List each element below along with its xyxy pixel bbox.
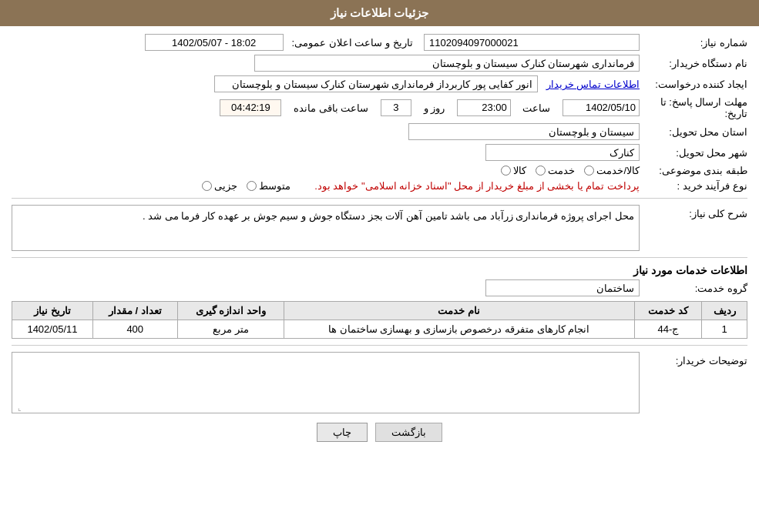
- province-input: سیستان و بلوچستان: [408, 123, 640, 140]
- service-group-input: ساختمان: [485, 279, 640, 296]
- requester-org-value: فرمانداری شهرستان کنارک سیستان و بلوچستا…: [12, 55, 640, 72]
- city-value: کنارک: [12, 144, 640, 161]
- kala-khedmat-radio[interactable]: [584, 166, 594, 176]
- page-wrapper: جزئیات اطلاعات نیاز شماره نیاز: 11020940…: [0, 0, 759, 532]
- deadline-days-label: روز و: [424, 102, 445, 114]
- col-name: نام خدمت: [284, 302, 634, 320]
- deadline-date-input: 1402/05/10: [563, 99, 640, 116]
- buyer-notes-value: ⌞: [12, 352, 640, 413]
- buyer-notes-label: توضیحات خریدار:: [640, 352, 747, 366]
- category-value: کالا/خدمت خدمت کالا: [12, 165, 640, 176]
- buyer-notes-row: توضیحات خریدار: ⌞: [12, 352, 747, 413]
- deadline-time-label: ساعت: [522, 102, 550, 114]
- jozi-radio[interactable]: [202, 181, 212, 191]
- col-code: کد خدمت: [634, 302, 702, 320]
- header-title: جزئیات اطلاعات نیاز: [331, 6, 428, 19]
- divider-3: [12, 345, 747, 346]
- province-value: سیستان و بلوچستان: [12, 123, 640, 140]
- category-row: طبقه بندی موضوعی: کالا/خدمت خدمت کالا: [12, 165, 747, 176]
- page-header: جزئیات اطلاعات نیاز: [0, 0, 759, 26]
- description-row: شرح کلی نیاز: محل اجرای پروژه فرمانداری …: [12, 205, 747, 251]
- col-unit: واحد اندازه گیری: [177, 302, 284, 320]
- category-option-khedmat[interactable]: خدمت: [536, 165, 575, 176]
- service-group-value: ساختمان: [12, 279, 640, 296]
- motaset-radio[interactable]: [247, 181, 257, 191]
- need-number-value: 1102094097000021 تاریخ و ساعت اعلان عموم…: [12, 34, 640, 51]
- purchase-type-note: پرداخت تمام یا بخشی از مبلغ خریدار از مح…: [314, 180, 640, 192]
- category-radio-group: کالا/خدمت خدمت کالا: [12, 165, 640, 176]
- need-number-label: شماره نیاز:: [640, 37, 747, 49]
- divider-1: [12, 198, 747, 199]
- category-option-kala[interactable]: کالا: [501, 165, 526, 176]
- service-group-label: گروه خدمت:: [640, 283, 747, 294]
- back-button[interactable]: بازگشت: [375, 423, 442, 442]
- category-label: طبقه بندی موضوعی:: [640, 165, 747, 176]
- announcement-value: 1402/05/07 - 18:02: [145, 34, 284, 51]
- divider-2: [12, 257, 747, 258]
- purchase-type-row: نوع فرآیند خرید : پرداخت تمام یا بخشی از…: [12, 180, 747, 192]
- deadline-time-input: 23:00: [457, 99, 511, 116]
- creator-link[interactable]: اطلاعات تماس خریدار: [546, 79, 640, 90]
- col-row: ردیف: [702, 302, 747, 320]
- khedmat-radio[interactable]: [536, 166, 546, 176]
- deadline-date-row: 1402/05/10 ساعت 23:00 روز و 3 س: [12, 99, 640, 116]
- creator-value: اطلاعات تماس خریدار انور کفایی پور کاربر…: [12, 75, 640, 92]
- resize-handle-icon[interactable]: ⌞: [14, 403, 22, 411]
- motaset-label: متوسط: [259, 180, 291, 192]
- purchase-type-radio-group: پرداخت تمام یا بخشی از مبلغ خریدار از مح…: [12, 180, 640, 192]
- city-label: شهر محل تحویل:: [640, 147, 747, 159]
- cell-unit: متر مربع: [177, 320, 284, 339]
- creator-row: ایجاد کننده درخواست: اطلاعات تماس خریدار…: [12, 75, 747, 92]
- requester-org-row: نام دستگاه خریدار: فرمانداری شهرستان کنا…: [12, 55, 747, 72]
- creator-label: ایجاد کننده درخواست:: [640, 79, 747, 90]
- purchase-type-label: نوع فرآیند خرید :: [640, 180, 747, 192]
- jozi-label: جزیی: [214, 180, 237, 192]
- deadline-row: مهلت ارسال پاسخ: تا تاریخ: 1402/05/10 سا…: [12, 96, 747, 119]
- description-value: محل اجرای پروژه فرمانداری زرآباد می باشد…: [12, 205, 640, 251]
- creator-input: انور کفایی پور کاربرداز فرمانداری شهرستا…: [214, 75, 538, 92]
- province-row: استان محل تحویل: سیستان و بلوچستان: [12, 123, 747, 140]
- category-option-kala-khedmat[interactable]: کالا/خدمت: [584, 165, 640, 176]
- service-group-row: گروه خدمت: ساختمان: [12, 279, 747, 296]
- deadline-remaining-input: 04:42:19: [220, 99, 281, 116]
- purchase-type-option-motaset[interactable]: متوسط: [247, 180, 291, 192]
- kala-khedmat-label: کالا/خدمت: [596, 165, 640, 176]
- requester-org-input: فرمانداری شهرستان کنارک سیستان و بلوچستا…: [254, 55, 640, 72]
- col-date: تاریخ نیاز: [12, 302, 93, 320]
- khedmat-label: خدمت: [548, 165, 575, 176]
- province-label: استان محل تحویل:: [640, 126, 747, 138]
- table-row: 1ج-44انجام کارهای متفرقه درخصوص بازسازی …: [12, 320, 747, 339]
- deadline-label: مهلت ارسال پاسخ: تا تاریخ:: [640, 96, 747, 119]
- kala-label: کالا: [513, 165, 526, 176]
- deadline-days-input: 3: [381, 99, 411, 116]
- announcement-label: تاریخ و ساعت اعلان عمومی:: [291, 37, 412, 49]
- city-row: شهر محل تحویل: کنارک: [12, 144, 747, 161]
- purchase-type-value: پرداخت تمام یا بخشی از مبلغ خریدار از مح…: [12, 180, 640, 192]
- print-button[interactable]: چاپ: [317, 423, 368, 442]
- requester-org-label: نام دستگاه خریدار:: [640, 58, 747, 69]
- cell-row: 1: [702, 320, 747, 339]
- kala-radio[interactable]: [501, 166, 511, 176]
- main-content: شماره نیاز: 1102094097000021 تاریخ و ساع…: [0, 26, 759, 457]
- col-quantity: تعداد / مقدار: [92, 302, 177, 320]
- description-label: شرح کلی نیاز:: [640, 205, 747, 219]
- table-header-row: ردیف کد خدمت نام خدمت واحد اندازه گیری ت…: [12, 302, 747, 320]
- notes-box: ⌞: [12, 352, 640, 413]
- need-number-input: 1102094097000021: [424, 34, 640, 51]
- button-row: بازگشت چاپ: [12, 423, 747, 442]
- city-input: کنارک: [485, 144, 640, 161]
- deadline-value: 1402/05/10 ساعت 23:00 روز و 3 س: [12, 99, 640, 116]
- deadline-remaining-label: ساعت باقی مانده: [294, 102, 368, 114]
- cell-code: ج-44: [634, 320, 702, 339]
- cell-name: انجام کارهای متفرقه درخصوص بازسازی و بهس…: [284, 320, 634, 339]
- cell-quantity: 400: [92, 320, 177, 339]
- need-number-row: شماره نیاز: 1102094097000021 تاریخ و ساع…: [12, 34, 747, 51]
- cell-date: 1402/05/11: [12, 320, 93, 339]
- services-title: اطلاعات خدمات مورد نیاز: [12, 264, 747, 276]
- purchase-type-option-jozi[interactable]: جزیی: [202, 180, 237, 192]
- description-box: محل اجرای پروژه فرمانداری زرآباد می باشد…: [12, 205, 640, 251]
- service-table: ردیف کد خدمت نام خدمت واحد اندازه گیری ت…: [12, 301, 747, 339]
